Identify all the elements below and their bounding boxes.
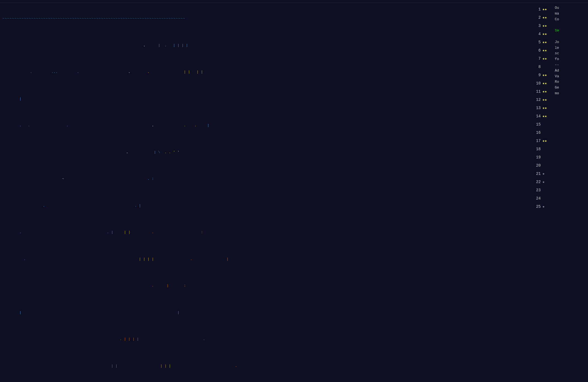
art-line-10: . | : bbox=[2, 278, 528, 294]
art-line-4: . . . . . . | bbox=[2, 118, 528, 134]
day-row-5[interactable]: 5★★ bbox=[533, 38, 551, 46]
day-stars-7: ★★ bbox=[542, 56, 547, 62]
day-stars-9: ★★ bbox=[542, 72, 547, 78]
day-number-13: 13 bbox=[533, 105, 541, 111]
art-line-6: ~ . : bbox=[2, 171, 528, 187]
day-number-20: 20 bbox=[533, 163, 541, 169]
day-number-14: 14 bbox=[533, 113, 541, 119]
art-line-7: . . | bbox=[2, 198, 528, 214]
day-number-18: 18 bbox=[533, 146, 541, 152]
day-number-1: 1 bbox=[533, 7, 541, 12]
day-stars-6: ★★ bbox=[542, 48, 547, 53]
day-row-7[interactable]: 7★★ bbox=[533, 55, 551, 63]
day-number-5: 5 bbox=[533, 39, 541, 45]
art-line-9: . | | | | . | bbox=[2, 251, 528, 267]
site-header bbox=[0, 0, 588, 3]
day-row-19[interactable]: 19 bbox=[533, 153, 551, 161]
day-number-12: 12 bbox=[533, 97, 541, 103]
day-row-12[interactable]: 12★★ bbox=[533, 96, 551, 104]
day-number-10: 10 bbox=[533, 81, 541, 86]
day-row-25[interactable]: 25★ bbox=[533, 203, 551, 211]
day-number-17: 17 bbox=[533, 138, 541, 144]
art-line-13: | | | | | . bbox=[2, 358, 528, 374]
day-number-3: 3 bbox=[533, 23, 541, 29]
day-row-10[interactable]: 10★★ bbox=[533, 79, 551, 87]
day-row-2[interactable]: 2★★ bbox=[533, 13, 551, 22]
day-stars-13: ★★ bbox=[542, 105, 547, 111]
day-row-22[interactable]: 22★ bbox=[533, 178, 551, 186]
sidebar: Ou ma Co Sm Jo le sc fo -- Ad Va Ro Ge m… bbox=[552, 5, 586, 382]
art-line-5: . | \ . . ' ' bbox=[2, 144, 528, 160]
day-number-2: 2 bbox=[533, 15, 541, 21]
day-row-9[interactable]: 9★★ bbox=[533, 71, 551, 79]
day-stars-17: ★★ bbox=[542, 138, 547, 144]
day-number-19: 19 bbox=[533, 155, 541, 160]
day-row-17[interactable]: 17★★ bbox=[533, 137, 551, 145]
art-line-11: | | bbox=[2, 304, 528, 321]
day-number-22: 22 bbox=[533, 179, 541, 185]
calendar-art-area: ~~~~~~~~~~~~~~~~~~~~~~~~~~~~~~~~~~~~~~~~… bbox=[2, 5, 528, 382]
art-line-8: . . | | | . : bbox=[2, 224, 528, 241]
day-stars-25: ★ bbox=[542, 204, 544, 210]
day-row-16[interactable]: 16 bbox=[533, 129, 551, 137]
day-row-21[interactable]: 21★ bbox=[533, 170, 551, 178]
day-stars-2: ★★ bbox=[542, 15, 547, 21]
day-number-25: 25 bbox=[533, 204, 541, 210]
day-stars-22: ★ bbox=[542, 179, 544, 185]
day-row-6[interactable]: 6★★ bbox=[533, 46, 551, 55]
day-row-8[interactable]: 8 bbox=[533, 63, 551, 71]
art-line-2: . ... . . . | | | | bbox=[2, 64, 528, 80]
day-number-16: 16 bbox=[533, 130, 541, 136]
day-stars-14: ★★ bbox=[542, 113, 547, 119]
day-number-11: 11 bbox=[533, 89, 541, 95]
day-stars-10: ★★ bbox=[542, 81, 547, 86]
day-number-4: 4 bbox=[533, 31, 541, 37]
day-number-15: 15 bbox=[533, 122, 541, 127]
day-row-18[interactable]: 18 bbox=[533, 145, 551, 153]
art-line-1: . | . | | | | bbox=[2, 37, 528, 53]
day-row-11[interactable]: 11★★ bbox=[533, 87, 551, 96]
day-stars-1: ★★ bbox=[542, 7, 547, 12]
day-row-14[interactable]: 14★★ bbox=[533, 112, 551, 120]
day-number-9: 9 bbox=[533, 72, 541, 78]
day-row-13[interactable]: 13★★ bbox=[533, 104, 551, 112]
day-row-3[interactable]: 3★★ bbox=[533, 22, 551, 30]
day-list: 1★★2★★3★★4★★5★★6★★7★★89★★10★★11★★12★★13★… bbox=[528, 5, 551, 382]
day-number-7: 7 bbox=[533, 56, 541, 62]
day-stars-12: ★★ bbox=[542, 97, 547, 103]
day-stars-5: ★★ bbox=[542, 39, 547, 45]
day-row-15[interactable]: 15 bbox=[533, 120, 551, 129]
day-row-1[interactable]: 1★★ bbox=[533, 5, 551, 13]
day-stars-3: ★★ bbox=[542, 23, 547, 29]
day-row-20[interactable]: 20 bbox=[533, 161, 551, 170]
day-row-23[interactable]: 23 bbox=[533, 186, 551, 194]
tilde-row: ~~~~~~~~~~~~~~~~~~~~~~~~~~~~~~~~~~~~~~~~… bbox=[2, 16, 528, 21]
day-number-24: 24 bbox=[533, 196, 541, 201]
day-number-8: 8 bbox=[533, 64, 541, 70]
day-row-4[interactable]: 4★★ bbox=[533, 30, 551, 38]
day-number-23: 23 bbox=[533, 187, 541, 193]
day-number-21: 21 bbox=[533, 171, 541, 177]
day-row-24[interactable]: 24 bbox=[533, 194, 551, 203]
day-stars-11: ★★ bbox=[542, 89, 547, 95]
day-number-6: 6 bbox=[533, 48, 541, 53]
day-stars-21: ★ bbox=[542, 171, 544, 177]
day-stars-4: ★★ bbox=[542, 31, 547, 37]
main-content: ~~~~~~~~~~~~~~~~~~~~~~~~~~~~~~~~~~~~~~~~… bbox=[0, 3, 588, 382]
art-line-3: | bbox=[2, 91, 528, 107]
art-line-12: . | | | | . bbox=[2, 331, 528, 347]
